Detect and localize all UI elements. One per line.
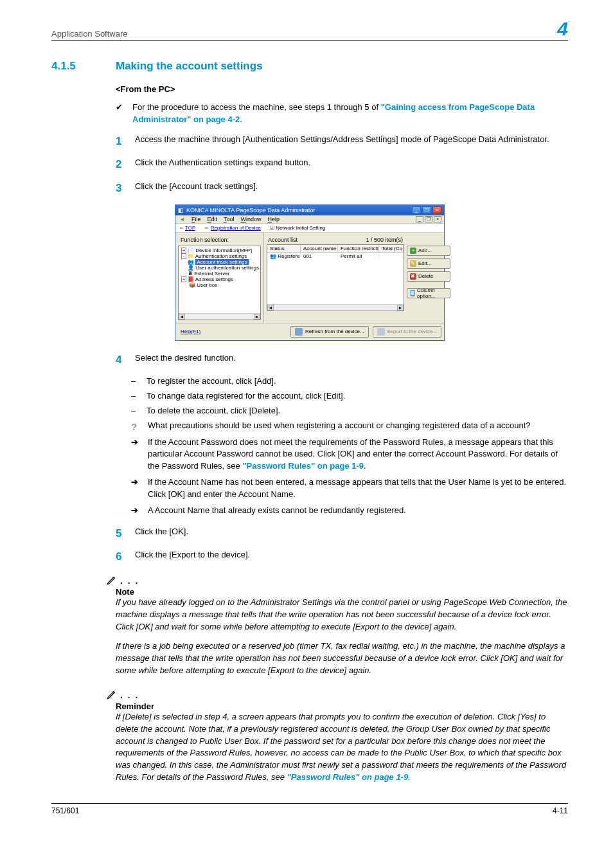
link-password-rules-2[interactable]: "Password Rules" on page 1-9 (287, 772, 409, 782)
step-number-5: 5 (116, 526, 127, 542)
maximize-button[interactable]: □ (422, 206, 431, 214)
account-table[interactable]: Status Account name Function restriction… (267, 244, 404, 311)
help-link[interactable]: Help(F1) (178, 329, 200, 334)
bullet-check-icon: ✔ (116, 102, 125, 126)
delete-button[interactable]: ✖Delete (407, 271, 450, 282)
table-scrollbar[interactable]: ◄► (267, 304, 404, 311)
edit-button[interactable]: ✎Edit... (407, 258, 450, 269)
col-status[interactable]: Status (267, 245, 301, 252)
reminder-icon: . . . (106, 689, 568, 700)
account-count: 1 / 500 item(s) (366, 237, 403, 243)
dash-icon: – (131, 375, 139, 388)
sub-minimize-button[interactable]: _ (416, 216, 423, 222)
export-button[interactable]: Export to the device... (373, 326, 441, 338)
dash-icon: – (131, 405, 139, 417)
question-text: What precautions should be used when reg… (148, 420, 531, 434)
add-icon: + (410, 248, 416, 254)
section-number: 4.1.5 (51, 60, 116, 73)
note-heading: Note (116, 587, 568, 597)
tree-selected-item[interactable]: Account track settings (195, 259, 248, 265)
menu-bar: ◄ File Edit Tool Window Help _ ❐ × (175, 215, 444, 223)
menu-file[interactable]: File (191, 216, 201, 222)
menu-help[interactable]: Help (268, 216, 280, 222)
dash-icon: – (131, 390, 139, 402)
account-list-label: Account list (268, 237, 298, 243)
menu-window[interactable]: Window (240, 216, 261, 222)
crumb-top[interactable]: TOP (185, 225, 195, 231)
footer-page-number: 4-11 (553, 806, 568, 815)
dash-text-1: To register the account, click [Add]. (147, 375, 276, 388)
arrow-text-2: If the Account Name has not been entered… (148, 476, 568, 501)
crumb-registration[interactable]: Registration of Device (211, 225, 261, 231)
step-text-1: Access the machine through [Authenticati… (135, 134, 549, 150)
dash-text-3: To delete the account, click [Delete]. (147, 405, 280, 417)
arrow-icon: ➔ (131, 476, 140, 501)
dash-text-2: To change data registered for the accoun… (147, 390, 345, 402)
arrow-icon: ➔ (131, 437, 140, 473)
close-button[interactable]: × (432, 206, 441, 214)
menu-edit[interactable]: Edit (207, 216, 217, 222)
note-paragraph-1: If you have already logged on to the Adm… (116, 597, 568, 633)
col-total[interactable]: Total (Co (379, 245, 404, 252)
minimize-button[interactable]: _ (412, 206, 421, 214)
table-row[interactable]: 👥 Registered 001 Permit all (267, 253, 404, 260)
column-icon: ▦ (410, 290, 415, 296)
arrow-text-3: A Account Name that already exists canno… (148, 505, 406, 517)
export-icon (377, 328, 385, 336)
step-number-4: 4 (116, 352, 127, 368)
step-text-3: Click the [Account track settings]. (135, 181, 258, 197)
back-button[interactable]: ◄ (179, 216, 185, 222)
function-tree[interactable]: +📄 Device information(MFP) -📁 Authentica… (178, 246, 261, 320)
refresh-icon (295, 328, 303, 336)
arrow-text-1: If the Account Password does not meet th… (148, 437, 568, 473)
step-number-6: 6 (116, 549, 127, 565)
refresh-button[interactable]: Refresh from the device... (290, 326, 369, 338)
column-option-button[interactable]: ▦Column option... (407, 288, 450, 298)
chapter-number: 4 (557, 19, 568, 39)
breadcrumb-bar: ⇦ TOP ⇨ Registration of Device ☑ Network… (175, 223, 444, 233)
tree-scrollbar[interactable]: ◄► (179, 313, 260, 320)
edit-icon: ✎ (410, 260, 416, 267)
function-selection-label: Function selection: (178, 235, 261, 244)
note-paragraph-2: If there is a job being executed or a re… (116, 640, 568, 677)
sub-close-button[interactable]: × (434, 216, 441, 222)
step-number-3: 3 (116, 181, 127, 197)
delete-icon: ✖ (410, 273, 416, 280)
sub-restore-button[interactable]: ❐ (425, 216, 432, 222)
window-titlebar: ◧ KONICA MINOLTA PageScope Data Administ… (175, 205, 444, 215)
col-function-restriction[interactable]: Function restriction (338, 245, 379, 252)
note-icon: . . . (106, 574, 568, 586)
step-number-1: 1 (116, 134, 127, 150)
col-account-name[interactable]: Account name (301, 245, 338, 252)
subheading-from-pc: <From the PC> (116, 84, 568, 94)
running-header: Application Software (51, 29, 128, 39)
step-text-5: Click the [OK]. (135, 526, 188, 542)
screenshot-window: ◧ KONICA MINOLTA PageScope Data Administ… (175, 204, 445, 341)
menu-tool[interactable]: Tool (224, 216, 235, 222)
add-button[interactable]: +Add... (407, 246, 450, 256)
reminder-paragraph: If [Delete] is selected in step 4, a scr… (116, 711, 568, 784)
section-title: Making the account settings (116, 60, 263, 73)
reminder-heading: Reminder (116, 701, 568, 711)
bullet-text: For the procedure to access the machine,… (132, 102, 568, 126)
step-number-2: 2 (116, 157, 127, 173)
arrow-icon: ➔ (131, 505, 140, 517)
step-text-6: Click the [Export to the device]. (135, 549, 250, 565)
window-title: KONICA MINOLTA PageScope Data Administra… (186, 207, 315, 213)
crumb-network: Network Initial Setting (276, 225, 325, 231)
step-text-4: Select the desired function. (135, 352, 236, 368)
question-icon: ? (131, 420, 140, 434)
footer-model: 751/601 (51, 806, 79, 815)
step-text-2: Click the Authentication settings expand… (135, 157, 310, 173)
app-icon: ◧ (178, 207, 184, 213)
link-password-rules-1[interactable]: "Password Rules" on page 1-9 (242, 461, 364, 471)
